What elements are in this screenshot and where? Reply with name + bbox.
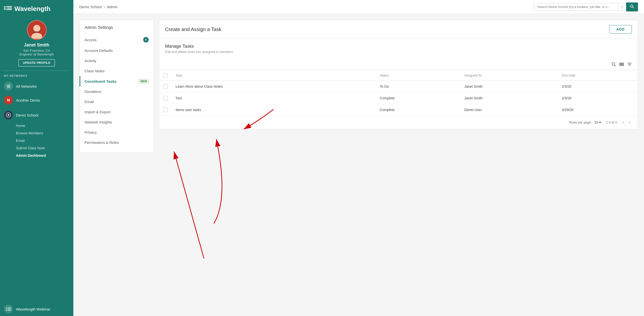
svg-line-18 bbox=[633, 7, 634, 8]
subitem-browse-members[interactable]: Browse Members bbox=[16, 129, 73, 137]
user-profile: Janet Smith San Francisco, CA Engineer a… bbox=[0, 15, 73, 70]
columns-icon[interactable] bbox=[620, 62, 624, 68]
breadcrumb-separator: › bbox=[104, 5, 105, 9]
settings-item-email[interactable]: Email bbox=[80, 97, 154, 107]
admin-settings-panel: Admin Settings Access 6 Account Defaults… bbox=[79, 20, 154, 153]
update-profile-button[interactable]: UPDATE PROFILE bbox=[18, 59, 55, 67]
search-icon[interactable] bbox=[612, 62, 616, 68]
task-due-date-3: 3/29/20 bbox=[558, 104, 638, 116]
subitem-submit-class-note[interactable]: Submit Class Note bbox=[16, 144, 73, 152]
svg-point-19 bbox=[612, 63, 615, 65]
settings-item-constituent-tasks[interactable]: Constituent Tasks NEW bbox=[80, 76, 154, 86]
table-row: Learn More about Class Notes To Do Janet… bbox=[159, 81, 638, 92]
demo-school-label: Demo School bbox=[16, 113, 38, 117]
demo-school-section: Demo School Home Browse Members Email Su… bbox=[0, 107, 73, 160]
table-header-checkbox bbox=[159, 70, 172, 81]
row-checkbox-2[interactable] bbox=[163, 96, 168, 100]
settings-item-import-export[interactable]: Import & Export bbox=[80, 107, 154, 117]
subitem-email[interactable]: Email bbox=[16, 137, 73, 144]
svg-point-17 bbox=[630, 5, 633, 7]
rows-per-page: Rows per page: 10 25 50 bbox=[569, 120, 602, 124]
sidebar-item-wavelength-webinar[interactable]: Wavelength Webinar bbox=[0, 302, 73, 316]
svg-rect-14 bbox=[8, 308, 11, 308]
breadcrumb-part2: Admin bbox=[107, 5, 118, 9]
sidebar-item-all-networks[interactable]: ⊞ All Networks bbox=[0, 79, 73, 93]
search-button[interactable] bbox=[626, 2, 638, 11]
new-badge: NEW bbox=[139, 79, 149, 83]
search-input[interactable] bbox=[534, 3, 618, 11]
svg-rect-21 bbox=[620, 63, 621, 66]
svg-line-20 bbox=[614, 65, 616, 66]
user-location: San Francisco, CA bbox=[23, 49, 50, 52]
access-badge: 6 bbox=[143, 37, 149, 42]
sidebar-item-demo-school[interactable]: Demo School bbox=[0, 108, 73, 122]
svg-rect-12 bbox=[6, 309, 8, 309]
svg-rect-4 bbox=[7, 8, 12, 8]
topbar: Demo School › Admin ▽ bbox=[73, 0, 644, 14]
svg-point-10 bbox=[8, 114, 9, 116]
wavelength-webinar-icon bbox=[4, 305, 13, 314]
table-row: Test Complete Janet Smith 2/3/20 bbox=[159, 92, 638, 104]
svg-rect-0 bbox=[4, 6, 6, 7]
svg-rect-22 bbox=[621, 63, 622, 66]
svg-rect-1 bbox=[4, 8, 6, 8]
settings-item-donations[interactable]: Donations bbox=[80, 86, 154, 97]
settings-item-permissions-roles[interactable]: Permissions & Roles bbox=[80, 137, 154, 148]
task-status-3: Complete bbox=[376, 104, 460, 116]
prev-page-button[interactable]: ‹ bbox=[621, 119, 625, 125]
row-checkbox-3[interactable] bbox=[163, 108, 168, 112]
demo-school-icon bbox=[4, 111, 13, 119]
filter-icon-button[interactable]: ▽ bbox=[618, 3, 626, 11]
another-demo-icon: M bbox=[4, 96, 13, 105]
settings-item-network-insights[interactable]: Network Insights bbox=[80, 117, 154, 127]
demo-school-subitems: Home Browse Members Email Submit Class N… bbox=[0, 122, 73, 159]
user-name: Janet Smith bbox=[24, 42, 49, 48]
svg-rect-5 bbox=[6, 9, 12, 10]
select-all-checkbox[interactable] bbox=[163, 73, 168, 77]
pagination-nav: ‹ › bbox=[621, 119, 632, 125]
row-checkbox-1[interactable] bbox=[163, 84, 168, 89]
subitem-home[interactable]: Home bbox=[16, 122, 73, 129]
settings-item-activity[interactable]: Activity bbox=[80, 56, 154, 66]
next-page-button[interactable]: › bbox=[627, 119, 632, 125]
add-task-button[interactable]: ADD bbox=[609, 25, 632, 33]
settings-item-class-notes[interactable]: Class Notes bbox=[80, 66, 154, 76]
sidebar-item-another-demo[interactable]: M Another Demo bbox=[0, 93, 73, 107]
settings-item-privacy[interactable]: Privacy bbox=[80, 127, 154, 137]
settings-item-account-defaults[interactable]: Account Defaults bbox=[80, 45, 154, 56]
table-toolbar bbox=[159, 60, 638, 70]
tasks-panel: Create and Assign a Task ADD Manage Task… bbox=[159, 20, 638, 129]
svg-rect-2 bbox=[4, 9, 6, 10]
sidebar-header: Wavelength bbox=[0, 0, 73, 15]
avatar bbox=[27, 20, 47, 40]
table-row: demo user tasks Complete Demo User 3/29/… bbox=[159, 104, 638, 116]
breadcrumb-part1: Demo School bbox=[79, 5, 102, 9]
tasks-table: Task Status Assigned To Due Date Learn M… bbox=[159, 70, 638, 116]
content-area: Admin Settings Access 6 Account Defaults… bbox=[73, 14, 644, 316]
task-due-date-1: 2/3/20 bbox=[558, 81, 638, 92]
pagination-info: 1-3 of 3 bbox=[606, 120, 617, 124]
manage-tasks-section: Manage Tasks Edit and delete tasks you a… bbox=[159, 39, 638, 60]
task-name-2: Test bbox=[172, 92, 376, 104]
svg-rect-23 bbox=[622, 63, 624, 66]
table-footer: Rows per page: 10 25 50 1-3 of 3 ‹ › bbox=[159, 116, 638, 129]
task-status-2: Complete bbox=[376, 92, 460, 104]
breadcrumb: Demo School › Admin bbox=[79, 5, 530, 9]
all-networks-icon: ⊞ bbox=[4, 82, 13, 91]
filter-icon[interactable] bbox=[627, 62, 632, 68]
task-name-3: demo user tasks bbox=[172, 104, 376, 116]
search-container: ▽ bbox=[534, 2, 638, 11]
wavelength-webinar-label: Wavelength Webinar bbox=[16, 307, 50, 311]
all-networks-label: All Networks bbox=[16, 84, 36, 88]
app-title: Wavelength bbox=[14, 5, 50, 13]
settings-item-access[interactable]: Access 6 bbox=[80, 34, 154, 45]
admin-settings-title: Admin Settings bbox=[80, 25, 154, 34]
task-assigned-2: Janet Smith bbox=[460, 92, 558, 104]
create-task-title: Create and Assign a Task bbox=[165, 26, 221, 32]
subitem-admin-dashboard[interactable]: Admin Dashboard bbox=[16, 152, 73, 159]
manage-tasks-subtitle: Edit and delete tasks you assigned to me… bbox=[165, 50, 632, 54]
sidebar: Wavelength Janet Smith San Francisco, CA… bbox=[0, 0, 73, 316]
main-content: Demo School › Admin ▽ Admin Settings Acc… bbox=[73, 0, 644, 316]
svg-rect-11 bbox=[6, 308, 7, 308]
rows-per-page-select[interactable]: 10 25 50 bbox=[593, 120, 602, 124]
